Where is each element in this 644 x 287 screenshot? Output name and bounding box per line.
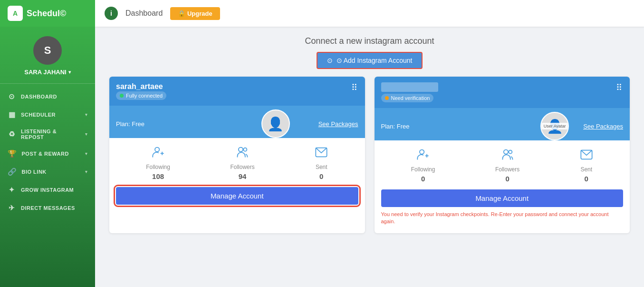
card2-header: Need verification ⠿ [375,77,630,108]
card1-following-stat: Following 108 [146,146,170,180]
card2-status-badge: Need verification [381,94,434,102]
followers-icon [501,148,514,164]
logo-text: Schedul© [27,9,66,19]
accounts-cards-row: sarah_artaee Fully connected ⠿ Plan: Fre… [109,77,630,233]
svg-point-9 [503,150,508,154]
logo-icon: A [8,6,23,21]
card2-stats: Following 0 Followers 0 [381,148,624,183]
card2-manage-account-button[interactable]: Manage Account [381,189,624,207]
user-name-label[interactable]: SARA JAHANI ▾ [24,69,70,76]
sidebar-logo: A Schedul© [0,0,95,27]
avatar-label: User Avatar [542,123,568,129]
svg-point-3 [239,148,243,152]
sent-icon [580,148,593,164]
connect-title: Connect a new instagram account [109,36,630,46]
svg-point-6 [420,150,424,154]
sidebar-item-post-reward[interactable]: 🏆 POST & REWARD ▾ [0,145,95,163]
avatar: S [33,36,62,65]
grow-icon: ✦ [8,186,16,194]
chevron-right-icon: ▾ [85,112,88,117]
card2-see-packages[interactable]: See Packages [583,123,623,130]
card1-manage-account-button[interactable]: Manage Account [116,187,358,205]
card1-followers-stat: Followers 94 [230,146,254,180]
account-card-1: sarah_artaee Fully connected ⠿ Plan: Fre… [109,77,365,233]
chevron-right-icon: ▾ [85,132,88,137]
following-icon [416,148,430,164]
card1-see-packages[interactable]: See Packages [318,120,358,128]
upgrade-button[interactable]: 🔒 Upgrade [170,7,220,20]
sidebar-user: S SARA JAHANI ▾ [0,27,95,84]
info-icon: i [105,7,118,20]
sidebar-item-grow[interactable]: ✦ GROW INSTAGRAM [0,181,95,199]
card1-sent-stat: Sent 0 [315,146,328,180]
card1-header: sarah_artaee Fully connected ⠿ [109,77,365,106]
page-title: Dashboard [125,9,163,18]
link-icon: 🔗 [8,168,17,176]
card1-plan: Plan: Free [116,120,144,128]
sent-icon [315,146,328,162]
chevron-right-icon: ▾ [85,151,88,156]
svg-point-4 [243,148,247,151]
card2-username-blurred [381,82,438,92]
sidebar-item-dashboard[interactable]: ⊙ DASHBOARD [0,88,95,106]
verify-dot-icon [385,96,389,100]
main-content: i Dashboard 🔒 Upgrade Connect a new inst… [95,0,644,287]
connected-dot-icon [120,94,124,98]
card2-plan: Plan: Free [381,123,410,130]
card1-avatar: 👤 [261,109,290,138]
scheduler-icon: ▦ [8,110,16,119]
followers-icon [236,146,249,162]
card1-stats: Following 108 Followers 94 [116,146,358,180]
header: i Dashboard 🔒 Upgrade [95,0,644,27]
content-area: Connect a new instagram account ⊙ ⊙ Add … [95,27,644,287]
connect-section: Connect a new instagram account ⊙ ⊙ Add … [109,36,630,69]
card2-body: Following 0 Followers 0 [375,140,630,233]
trophy-icon: 🏆 [8,149,17,158]
listening-icon: ♻ [8,130,16,139]
card2-followers-stat: Followers 0 [495,148,519,183]
verify-warning: You need to verify your Instagram checkp… [381,211,624,226]
card2-plan-row: Plan: Free 👤 User Avatar See Packages [375,108,630,140]
account-card-2: Need verification ⠿ Plan: Free 👤 User Av… [375,77,630,233]
sidebar-item-scheduler[interactable]: ▦ SCHEDULER ▾ [0,106,95,124]
chevron-down-icon: ▾ [68,69,71,75]
card1-menu-icon[interactable]: ⠿ [351,82,358,93]
card1-body: Following 108 Followers 94 [109,138,365,212]
card2-sent-stat: Sent 0 [580,148,593,183]
svg-point-0 [155,148,159,152]
card2-following-stat: Following 0 [411,148,435,183]
card2-avatar-container: 👤 User Avatar [540,112,569,140]
instagram-icon: ⊙ [327,57,333,64]
messages-icon: ✈ [8,204,16,212]
sidebar-nav: ⊙ DASHBOARD ▦ SCHEDULER ▾ ♻ LISTENING & … [0,88,95,217]
sidebar-item-direct[interactable]: ✈ DIRECT MESSAGES [0,199,95,217]
card1-username: sarah_artaee [116,82,166,91]
card2-menu-icon[interactable]: ⠿ [616,82,623,93]
following-icon [152,146,165,162]
sidebar-item-bio-link[interactable]: 🔗 BIO LINK ▾ [0,163,95,181]
card1-status-badge: Fully connected [116,91,166,100]
card1-plan-row: Plan: Free 👤 See Packages [109,106,365,138]
dashboard-icon: ⊙ [8,92,16,101]
sidebar: A Schedul© S SARA JAHANI ▾ ⊙ DASHBOARD ▦… [0,0,95,287]
add-instagram-account-button[interactable]: ⊙ ⊙ Add Instagram Account [317,52,423,69]
svg-point-10 [509,150,512,154]
chevron-right-icon: ▾ [85,169,88,174]
sidebar-item-listening[interactable]: ♻ LISTENING & REPOST ▾ [0,124,95,145]
